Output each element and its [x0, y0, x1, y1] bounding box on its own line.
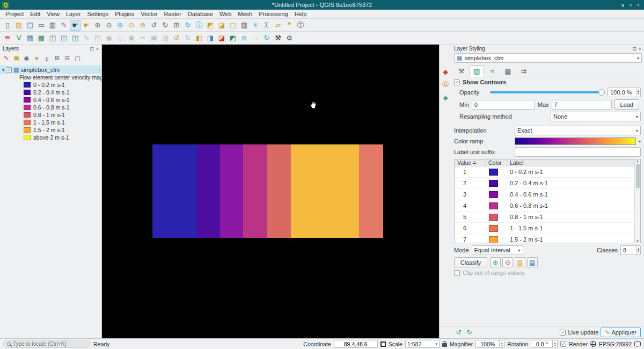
pan-map-icon[interactable]: ☛ [70, 20, 80, 31]
add-class-icon[interactable]: ⊕ [490, 257, 501, 267]
legend-item[interactable]: 0.4 - 0.6 m s-1 [0, 96, 101, 104]
add-feature-icon[interactable]: ◉ [104, 33, 114, 43]
class-row[interactable]: 6 1 - 1.5 m s-1 [455, 223, 634, 234]
quickmap-services-icon[interactable]: → [250, 33, 261, 43]
open-attribute-table-icon[interactable]: ▦ [239, 20, 250, 31]
load-classes-icon[interactable]: ▨ [515, 257, 525, 267]
style-undo-icon[interactable]: ↺ [454, 328, 463, 337]
classes-value[interactable] [620, 245, 636, 255]
filter-by-expression-icon[interactable]: ε [42, 54, 52, 63]
statistics-summary-icon[interactable]: Σ [261, 20, 272, 31]
legend-item[interactable]: above 2 m s-1 [0, 134, 101, 141]
resampling-combobox[interactable]: None ▾ [551, 112, 641, 121]
class-row[interactable]: 7 1.5 - 2 m s-1 [455, 234, 634, 243]
zoom-in-icon[interactable]: ⊕ [92, 20, 103, 31]
class-row[interactable]: 5 0.8 - 1 m s-1 [455, 212, 634, 223]
live-update-checkbox[interactable]: ✓ [560, 330, 566, 336]
delete-selected-icon[interactable]: ▣ [126, 33, 137, 43]
plugin-manager-icon[interactable]: ⚙ [284, 33, 295, 43]
zoom-out-icon[interactable]: ⊖ [104, 20, 114, 31]
rotation-spinbox[interactable]: ▲▼ [531, 340, 558, 348]
zoom-to-selection-icon[interactable]: ⊙ [126, 20, 137, 31]
menu-view[interactable]: View [43, 10, 63, 18]
clip-out-of-range-checkbox[interactable]: ✓ [454, 270, 460, 276]
scrollbar-thumb[interactable] [636, 164, 640, 188]
undo-icon[interactable]: ↺ [171, 33, 182, 43]
class-value[interactable]: 4 [455, 202, 486, 209]
float-panel-icon[interactable]: ⊡ [632, 46, 636, 52]
redo-icon[interactable]: ↻ [182, 33, 193, 43]
classes-spinbox[interactable]: ▲▼ [620, 245, 641, 255]
class-color-swatch[interactable] [489, 180, 498, 187]
legend-item[interactable]: 1.5 - 2 m s-1 [0, 126, 101, 134]
zoom-last-icon[interactable]: ↺ [149, 20, 159, 31]
add-delimited-text-icon[interactable]: ◫ [47, 33, 58, 43]
window-shade-icon[interactable]: ∨ [621, 2, 625, 8]
menu-plugins[interactable]: Plugins [112, 10, 137, 18]
plugin-reload-icon[interactable]: ↻ [261, 33, 272, 43]
layer-item-simplebox-clm[interactable]: ▾ ✓ ▦ simplebox_clm ◔ [0, 66, 101, 74]
menu-project[interactable]: Project [2, 10, 27, 18]
paste-features-icon[interactable]: ▥ [160, 33, 171, 43]
style-manager-icon[interactable]: ✎ [58, 20, 69, 31]
symbology-tab-icon[interactable]: ◆ [441, 67, 450, 76]
zoom-next-icon[interactable]: ↻ [160, 20, 171, 31]
save-edits-icon[interactable]: ▤ [92, 33, 103, 43]
bug-report-icon[interactable]: ⚒ [273, 33, 283, 43]
processing-toolbox-icon[interactable]: ✳ [250, 20, 261, 31]
add-wms-layer-icon[interactable]: ◫ [70, 33, 80, 43]
tab-contours[interactable]: ▧ [470, 66, 484, 77]
layer-diagram-icon[interactable]: ◨ [205, 33, 216, 43]
add-group-icon[interactable]: ▣ [12, 54, 21, 63]
class-value[interactable]: 7 [455, 236, 486, 243]
class-label[interactable]: 0.2 - 0.4 m s-1 [507, 180, 634, 186]
expander-icon[interactable]: ▾ [2, 68, 4, 72]
map-tips-icon[interactable]: ❞ [284, 20, 295, 31]
tab-general-settings[interactable]: ⚒ [454, 66, 469, 77]
class-color-swatch[interactable] [489, 236, 498, 243]
legend-item[interactable]: 1 - 1.5 m s-1 [0, 119, 101, 126]
opacity-spinbox[interactable]: ▲▼ [608, 88, 641, 97]
class-label[interactable]: 0.4 - 0.6 m s-1 [507, 191, 634, 198]
min-input[interactable] [472, 100, 535, 110]
decorations-icon[interactable]: ◪ [216, 33, 227, 43]
zoom-to-layer-icon[interactable]: ⊚ [137, 20, 148, 31]
styling-layer-combobox[interactable]: ▦ simplebox_clm ▾ [454, 53, 642, 63]
class-value[interactable]: 1 [455, 169, 486, 175]
menu-edit[interactable]: Edit [27, 10, 43, 18]
mesh-3d-tab-icon[interactable]: ◈ [441, 93, 450, 102]
new-map-view-icon[interactable]: ⊞ [171, 20, 182, 31]
project-save-icon[interactable]: ▤ [25, 20, 35, 31]
select-by-expression-icon[interactable]: ◪ [216, 20, 227, 31]
copy-features-icon[interactable]: ▣ [149, 33, 159, 43]
tab-isolines[interactable]: ≈ [485, 66, 500, 77]
slider-handle[interactable] [598, 89, 605, 96]
save-classes-icon[interactable]: ▤ [527, 257, 538, 267]
classify-button[interactable]: Classify [454, 257, 487, 267]
opacity-value[interactable] [608, 88, 636, 97]
render-checkbox[interactable]: ✓ [560, 341, 566, 347]
pan-to-selection-icon[interactable]: ☛ [81, 20, 92, 31]
extent-toggle-icon[interactable] [380, 341, 386, 347]
interpolation-combobox[interactable]: Exact ▾ [515, 126, 641, 135]
crs-globe-icon[interactable] [590, 341, 596, 347]
rotation-value[interactable] [531, 340, 552, 348]
class-color-swatch[interactable] [489, 202, 498, 209]
expand-all-icon[interactable]: ⊞ [53, 54, 62, 63]
menu-settings[interactable]: Settings [84, 10, 112, 18]
classes-table-header[interactable]: Value = Color Label [455, 159, 634, 166]
data-source-manager-icon[interactable]: ≣ [2, 33, 13, 43]
class-color-swatch[interactable] [489, 191, 498, 198]
menu-processing[interactable]: Processing [255, 10, 291, 18]
add-raster-layer-icon[interactable]: ▦ [25, 33, 35, 43]
add-vector-layer-icon[interactable]: V [13, 33, 24, 43]
deselect-features-icon[interactable]: ▢ [228, 20, 238, 31]
class-color-swatch[interactable] [489, 225, 498, 232]
legend-item[interactable]: 0.2 - 0.4 m s-1 [0, 89, 101, 96]
zoom-full-extent-icon[interactable]: ⊛ [115, 20, 126, 31]
class-color-swatch[interactable] [489, 214, 498, 221]
legend-item[interactable]: 0.8 - 1 m s-1 [0, 111, 101, 119]
color-ramp-preview[interactable] [515, 137, 636, 145]
lock-scale-icon[interactable] [442, 343, 447, 347]
class-value[interactable]: 5 [455, 214, 486, 220]
